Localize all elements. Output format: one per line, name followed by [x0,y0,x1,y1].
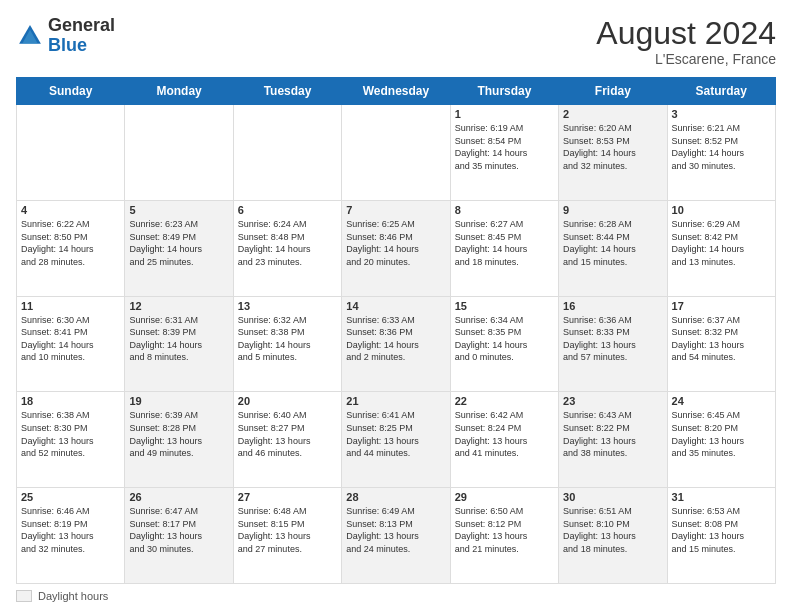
day-number: 4 [21,204,120,216]
day-number: 9 [563,204,662,216]
week-row-0: 1Sunrise: 6:19 AM Sunset: 8:54 PM Daylig… [17,105,776,201]
day-info: Sunrise: 6:37 AM Sunset: 8:32 PM Dayligh… [672,314,771,364]
calendar-cell: 13Sunrise: 6:32 AM Sunset: 8:38 PM Dayli… [233,296,341,392]
calendar-cell: 31Sunrise: 6:53 AM Sunset: 8:08 PM Dayli… [667,488,775,584]
calendar-cell: 18Sunrise: 6:38 AM Sunset: 8:30 PM Dayli… [17,392,125,488]
location: L'Escarene, France [596,51,776,67]
weekday-header-thursday: Thursday [450,78,558,105]
week-row-1: 4Sunrise: 6:22 AM Sunset: 8:50 PM Daylig… [17,200,776,296]
day-number: 6 [238,204,337,216]
weekday-header-monday: Monday [125,78,233,105]
calendar-cell: 27Sunrise: 6:48 AM Sunset: 8:15 PM Dayli… [233,488,341,584]
day-number: 26 [129,491,228,503]
week-row-2: 11Sunrise: 6:30 AM Sunset: 8:41 PM Dayli… [17,296,776,392]
day-number: 16 [563,300,662,312]
calendar-cell: 14Sunrise: 6:33 AM Sunset: 8:36 PM Dayli… [342,296,450,392]
day-number: 20 [238,395,337,407]
day-number: 12 [129,300,228,312]
day-number: 21 [346,395,445,407]
day-info: Sunrise: 6:41 AM Sunset: 8:25 PM Dayligh… [346,409,445,459]
title-block: August 2024 L'Escarene, France [596,16,776,67]
calendar-cell [342,105,450,201]
day-info: Sunrise: 6:20 AM Sunset: 8:53 PM Dayligh… [563,122,662,172]
calendar-cell: 25Sunrise: 6:46 AM Sunset: 8:19 PM Dayli… [17,488,125,584]
day-number: 24 [672,395,771,407]
day-number: 25 [21,491,120,503]
day-number: 29 [455,491,554,503]
day-info: Sunrise: 6:33 AM Sunset: 8:36 PM Dayligh… [346,314,445,364]
calendar-table: SundayMondayTuesdayWednesdayThursdayFrid… [16,77,776,584]
calendar-cell: 9Sunrise: 6:28 AM Sunset: 8:44 PM Daylig… [559,200,667,296]
weekday-header-friday: Friday [559,78,667,105]
day-info: Sunrise: 6:34 AM Sunset: 8:35 PM Dayligh… [455,314,554,364]
day-number: 19 [129,395,228,407]
calendar-cell: 10Sunrise: 6:29 AM Sunset: 8:42 PM Dayli… [667,200,775,296]
day-number: 17 [672,300,771,312]
calendar-cell: 1Sunrise: 6:19 AM Sunset: 8:54 PM Daylig… [450,105,558,201]
day-info: Sunrise: 6:28 AM Sunset: 8:44 PM Dayligh… [563,218,662,268]
day-info: Sunrise: 6:51 AM Sunset: 8:10 PM Dayligh… [563,505,662,555]
day-info: Sunrise: 6:27 AM Sunset: 8:45 PM Dayligh… [455,218,554,268]
calendar-cell: 11Sunrise: 6:30 AM Sunset: 8:41 PM Dayli… [17,296,125,392]
calendar-cell: 4Sunrise: 6:22 AM Sunset: 8:50 PM Daylig… [17,200,125,296]
calendar-cell: 21Sunrise: 6:41 AM Sunset: 8:25 PM Dayli… [342,392,450,488]
day-info: Sunrise: 6:40 AM Sunset: 8:27 PM Dayligh… [238,409,337,459]
calendar-cell: 19Sunrise: 6:39 AM Sunset: 8:28 PM Dayli… [125,392,233,488]
weekday-header-saturday: Saturday [667,78,775,105]
day-number: 2 [563,108,662,120]
day-info: Sunrise: 6:19 AM Sunset: 8:54 PM Dayligh… [455,122,554,172]
day-number: 18 [21,395,120,407]
weekday-header-row: SundayMondayTuesdayWednesdayThursdayFrid… [17,78,776,105]
legend-label: Daylight hours [38,590,108,602]
weekday-header-tuesday: Tuesday [233,78,341,105]
day-info: Sunrise: 6:50 AM Sunset: 8:12 PM Dayligh… [455,505,554,555]
calendar-cell: 20Sunrise: 6:40 AM Sunset: 8:27 PM Dayli… [233,392,341,488]
logo-text-general: General [48,15,115,35]
footer: Daylight hours [16,590,776,602]
day-info: Sunrise: 6:30 AM Sunset: 8:41 PM Dayligh… [21,314,120,364]
day-number: 27 [238,491,337,503]
day-number: 7 [346,204,445,216]
calendar-cell [125,105,233,201]
day-number: 8 [455,204,554,216]
logo-text-blue: Blue [48,35,87,55]
header: General Blue August 2024 L'Escarene, Fra… [16,16,776,67]
day-info: Sunrise: 6:53 AM Sunset: 8:08 PM Dayligh… [672,505,771,555]
day-number: 23 [563,395,662,407]
day-info: Sunrise: 6:39 AM Sunset: 8:28 PM Dayligh… [129,409,228,459]
legend-box [16,590,32,602]
day-number: 31 [672,491,771,503]
day-info: Sunrise: 6:43 AM Sunset: 8:22 PM Dayligh… [563,409,662,459]
day-info: Sunrise: 6:46 AM Sunset: 8:19 PM Dayligh… [21,505,120,555]
calendar-cell: 6Sunrise: 6:24 AM Sunset: 8:48 PM Daylig… [233,200,341,296]
day-info: Sunrise: 6:23 AM Sunset: 8:49 PM Dayligh… [129,218,228,268]
day-number: 28 [346,491,445,503]
calendar-cell: 7Sunrise: 6:25 AM Sunset: 8:46 PM Daylig… [342,200,450,296]
calendar-cell: 29Sunrise: 6:50 AM Sunset: 8:12 PM Dayli… [450,488,558,584]
calendar-cell: 22Sunrise: 6:42 AM Sunset: 8:24 PM Dayli… [450,392,558,488]
day-number: 5 [129,204,228,216]
weekday-header-wednesday: Wednesday [342,78,450,105]
day-number: 22 [455,395,554,407]
calendar-cell: 8Sunrise: 6:27 AM Sunset: 8:45 PM Daylig… [450,200,558,296]
logo: General Blue [16,16,115,56]
day-number: 10 [672,204,771,216]
day-number: 11 [21,300,120,312]
calendar-cell: 2Sunrise: 6:20 AM Sunset: 8:53 PM Daylig… [559,105,667,201]
day-info: Sunrise: 6:32 AM Sunset: 8:38 PM Dayligh… [238,314,337,364]
calendar-cell: 17Sunrise: 6:37 AM Sunset: 8:32 PM Dayli… [667,296,775,392]
day-number: 14 [346,300,445,312]
day-info: Sunrise: 6:29 AM Sunset: 8:42 PM Dayligh… [672,218,771,268]
month-year: August 2024 [596,16,776,51]
calendar-cell [17,105,125,201]
day-number: 1 [455,108,554,120]
day-info: Sunrise: 6:22 AM Sunset: 8:50 PM Dayligh… [21,218,120,268]
calendar-cell: 15Sunrise: 6:34 AM Sunset: 8:35 PM Dayli… [450,296,558,392]
day-info: Sunrise: 6:47 AM Sunset: 8:17 PM Dayligh… [129,505,228,555]
day-number: 15 [455,300,554,312]
day-info: Sunrise: 6:25 AM Sunset: 8:46 PM Dayligh… [346,218,445,268]
calendar-cell: 26Sunrise: 6:47 AM Sunset: 8:17 PM Dayli… [125,488,233,584]
calendar-cell: 5Sunrise: 6:23 AM Sunset: 8:49 PM Daylig… [125,200,233,296]
day-info: Sunrise: 6:42 AM Sunset: 8:24 PM Dayligh… [455,409,554,459]
page: General Blue August 2024 L'Escarene, Fra… [0,0,792,612]
